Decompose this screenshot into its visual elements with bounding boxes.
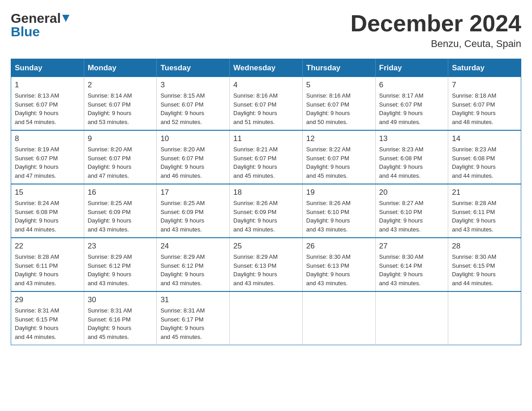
day-info: Sunrise: 8:20 AM Sunset: 6:07 PM Dayligh… — [88, 145, 153, 180]
header-tuesday: Tuesday — [157, 59, 230, 77]
header-friday: Friday — [375, 59, 448, 77]
header-sunday: Sunday — [11, 59, 84, 77]
header-wednesday: Wednesday — [230, 59, 303, 77]
calendar-table: SundayMondayTuesdayWednesdayThursdayFrid… — [11, 59, 521, 345]
calendar-cell: 22 Sunrise: 8:28 AM Sunset: 6:11 PM Dayl… — [11, 238, 84, 291]
header-monday: Monday — [84, 59, 157, 77]
day-info: Sunrise: 8:25 AM Sunset: 6:09 PM Dayligh… — [160, 199, 226, 234]
day-info: Sunrise: 8:17 AM Sunset: 6:07 PM Dayligh… — [379, 91, 445, 126]
day-info: Sunrise: 8:29 AM Sunset: 6:13 PM Dayligh… — [233, 253, 299, 287]
calendar-cell: 21 Sunrise: 8:28 AM Sunset: 6:11 PM Dayl… — [448, 184, 521, 238]
calendar-header-row: SundayMondayTuesdayWednesdayThursdayFrid… — [11, 59, 521, 77]
day-number: 21 — [452, 188, 517, 197]
day-number: 9 — [88, 134, 153, 143]
brand-logo: General Blue — [11, 11, 71, 39]
calendar-cell: 29 Sunrise: 8:31 AM Sunset: 6:15 PM Dayl… — [11, 291, 84, 345]
day-info: Sunrise: 8:19 AM Sunset: 6:07 PM Dayligh… — [15, 145, 80, 180]
day-number: 29 — [15, 295, 80, 304]
day-info: Sunrise: 8:27 AM Sunset: 6:10 PM Dayligh… — [379, 199, 445, 234]
day-number: 10 — [160, 134, 226, 143]
calendar-week-row: 29 Sunrise: 8:31 AM Sunset: 6:15 PM Dayl… — [11, 291, 521, 345]
day-info: Sunrise: 8:31 AM Sunset: 6:16 PM Dayligh… — [88, 306, 153, 341]
calendar-cell: 20 Sunrise: 8:27 AM Sunset: 6:10 PM Dayl… — [375, 184, 448, 238]
calendar-cell: 17 Sunrise: 8:25 AM Sunset: 6:09 PM Dayl… — [157, 184, 230, 238]
calendar-cell — [230, 291, 303, 345]
day-number: 14 — [452, 134, 517, 143]
day-info: Sunrise: 8:15 AM Sunset: 6:07 PM Dayligh… — [160, 91, 226, 126]
page-header: General Blue December 2024 Benzu, Ceuta,… — [11, 11, 521, 50]
calendar-cell: 13 Sunrise: 8:23 AM Sunset: 6:08 PM Dayl… — [375, 130, 448, 184]
day-info: Sunrise: 8:28 AM Sunset: 6:11 PM Dayligh… — [15, 253, 80, 287]
day-info: Sunrise: 8:22 AM Sunset: 6:07 PM Dayligh… — [306, 145, 372, 180]
day-info: Sunrise: 8:26 AM Sunset: 6:10 PM Dayligh… — [306, 199, 372, 234]
day-info: Sunrise: 8:29 AM Sunset: 6:12 PM Dayligh… — [88, 253, 153, 287]
day-number: 1 — [15, 81, 80, 90]
day-number: 23 — [88, 242, 153, 251]
calendar-cell: 16 Sunrise: 8:25 AM Sunset: 6:09 PM Dayl… — [84, 184, 157, 238]
calendar-cell: 30 Sunrise: 8:31 AM Sunset: 6:16 PM Dayl… — [84, 291, 157, 345]
calendar-week-row: 1 Sunrise: 8:13 AM Sunset: 6:07 PM Dayli… — [11, 77, 521, 130]
day-number: 16 — [88, 188, 153, 197]
calendar-cell: 5 Sunrise: 8:16 AM Sunset: 6:07 PM Dayli… — [302, 77, 375, 130]
calendar-cell: 1 Sunrise: 8:13 AM Sunset: 6:07 PM Dayli… — [11, 77, 84, 130]
day-number: 18 — [233, 188, 299, 197]
brand-triangle-icon — [61, 13, 71, 23]
day-number: 6 — [379, 81, 445, 90]
day-info: Sunrise: 8:23 AM Sunset: 6:08 PM Dayligh… — [379, 145, 445, 180]
day-number: 2 — [88, 81, 153, 90]
calendar-cell: 8 Sunrise: 8:19 AM Sunset: 6:07 PM Dayli… — [11, 130, 84, 184]
day-number: 15 — [15, 188, 80, 197]
calendar-cell: 6 Sunrise: 8:17 AM Sunset: 6:07 PM Dayli… — [375, 77, 448, 130]
calendar-cell: 26 Sunrise: 8:30 AM Sunset: 6:13 PM Dayl… — [302, 238, 375, 291]
calendar-cell: 10 Sunrise: 8:20 AM Sunset: 6:07 PM Dayl… — [157, 130, 230, 184]
calendar-cell: 7 Sunrise: 8:18 AM Sunset: 6:07 PM Dayli… — [448, 77, 521, 130]
day-info: Sunrise: 8:29 AM Sunset: 6:12 PM Dayligh… — [160, 253, 226, 287]
calendar-cell: 31 Sunrise: 8:31 AM Sunset: 6:17 PM Dayl… — [157, 291, 230, 345]
day-info: Sunrise: 8:25 AM Sunset: 6:09 PM Dayligh… — [88, 199, 153, 234]
calendar-cell: 12 Sunrise: 8:22 AM Sunset: 6:07 PM Dayl… — [302, 130, 375, 184]
day-info: Sunrise: 8:13 AM Sunset: 6:07 PM Dayligh… — [15, 91, 80, 126]
day-number: 31 — [160, 295, 226, 304]
day-number: 24 — [160, 242, 226, 251]
calendar-week-row: 22 Sunrise: 8:28 AM Sunset: 6:11 PM Dayl… — [11, 238, 521, 291]
day-number: 19 — [306, 188, 372, 197]
calendar-week-row: 8 Sunrise: 8:19 AM Sunset: 6:07 PM Dayli… — [11, 130, 521, 184]
calendar-cell: 3 Sunrise: 8:15 AM Sunset: 6:07 PM Dayli… — [157, 77, 230, 130]
title-area: December 2024 Benzu, Ceuta, Spain — [350, 11, 521, 50]
day-number: 8 — [15, 134, 80, 143]
day-number: 3 — [160, 81, 226, 90]
calendar-cell: 9 Sunrise: 8:20 AM Sunset: 6:07 PM Dayli… — [84, 130, 157, 184]
day-info: Sunrise: 8:30 AM Sunset: 6:13 PM Dayligh… — [306, 253, 372, 287]
day-info: Sunrise: 8:18 AM Sunset: 6:07 PM Dayligh… — [452, 91, 517, 126]
day-number: 4 — [233, 81, 299, 90]
calendar-week-row: 15 Sunrise: 8:24 AM Sunset: 6:08 PM Dayl… — [11, 184, 521, 238]
calendar-cell: 14 Sunrise: 8:23 AM Sunset: 6:08 PM Dayl… — [448, 130, 521, 184]
day-number: 25 — [233, 242, 299, 251]
day-info: Sunrise: 8:20 AM Sunset: 6:07 PM Dayligh… — [160, 145, 226, 180]
header-thursday: Thursday — [302, 59, 375, 77]
calendar-cell: 27 Sunrise: 8:30 AM Sunset: 6:14 PM Dayl… — [375, 238, 448, 291]
day-info: Sunrise: 8:28 AM Sunset: 6:11 PM Dayligh… — [452, 199, 517, 234]
day-number: 26 — [306, 242, 372, 251]
day-number: 17 — [160, 188, 226, 197]
day-number: 22 — [15, 242, 80, 251]
day-info: Sunrise: 8:24 AM Sunset: 6:08 PM Dayligh… — [15, 199, 80, 234]
calendar-cell: 24 Sunrise: 8:29 AM Sunset: 6:12 PM Dayl… — [157, 238, 230, 291]
day-info: Sunrise: 8:31 AM Sunset: 6:17 PM Dayligh… — [160, 306, 226, 341]
calendar-cell: 2 Sunrise: 8:14 AM Sunset: 6:07 PM Dayli… — [84, 77, 157, 130]
brand-blue: Blue — [11, 24, 40, 39]
day-info: Sunrise: 8:16 AM Sunset: 6:07 PM Dayligh… — [233, 91, 299, 126]
day-info: Sunrise: 8:14 AM Sunset: 6:07 PM Dayligh… — [88, 91, 153, 126]
day-number: 12 — [306, 134, 372, 143]
header-saturday: Saturday — [448, 59, 521, 77]
day-number: 28 — [452, 242, 517, 251]
calendar-cell — [375, 291, 448, 345]
day-number: 27 — [379, 242, 445, 251]
brand-general: General — [11, 11, 61, 26]
day-number: 7 — [452, 81, 517, 90]
calendar-cell: 4 Sunrise: 8:16 AM Sunset: 6:07 PM Dayli… — [230, 77, 303, 130]
calendar-cell: 11 Sunrise: 8:21 AM Sunset: 6:07 PM Dayl… — [230, 130, 303, 184]
day-info: Sunrise: 8:31 AM Sunset: 6:15 PM Dayligh… — [15, 306, 80, 341]
day-info: Sunrise: 8:21 AM Sunset: 6:07 PM Dayligh… — [233, 145, 299, 180]
day-info: Sunrise: 8:30 AM Sunset: 6:15 PM Dayligh… — [452, 253, 517, 287]
